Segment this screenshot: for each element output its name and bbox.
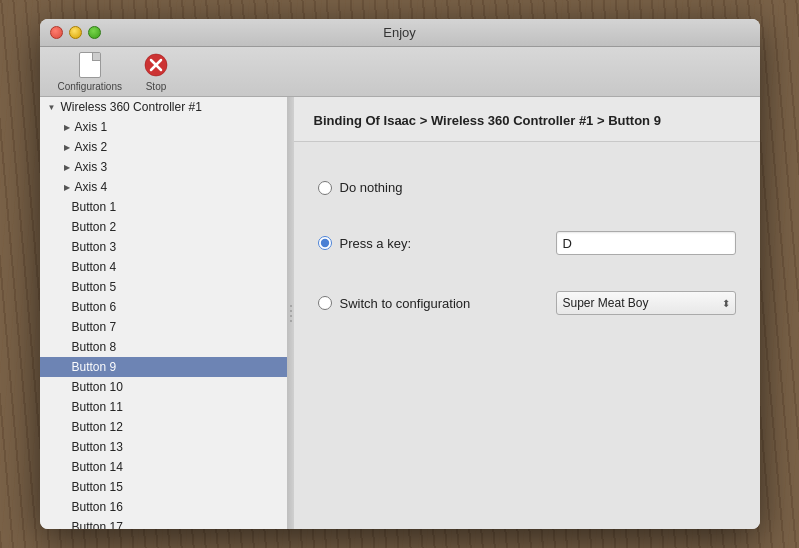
sidebar-item-button9[interactable]: Button 9 — [40, 357, 287, 377]
maximize-button[interactable] — [88, 26, 101, 39]
button1-label: Button 1 — [72, 200, 117, 214]
configurations-button[interactable]: Configurations — [52, 47, 128, 96]
main-panel: Binding Of Isaac > Wireless 360 Controll… — [294, 97, 760, 529]
sidebar-item-axis3[interactable]: ▶ Axis 3 — [40, 157, 287, 177]
button15-label: Button 15 — [72, 480, 123, 494]
option-nothing-text: Do nothing — [340, 180, 403, 195]
option-switch-text: Switch to configuration — [340, 296, 471, 311]
option-switch-label[interactable]: Switch to configuration — [318, 296, 471, 311]
panel-body: Do nothing Press a key: Switch to confi — [294, 142, 760, 529]
button14-label: Button 14 — [72, 460, 123, 474]
app-window: Enjoy Configurations Stop ▼ — [40, 19, 760, 529]
panel-header: Binding Of Isaac > Wireless 360 Controll… — [294, 97, 760, 142]
sidebar-item-button11[interactable]: Button 11 — [40, 397, 287, 417]
sidebar-item-button13[interactable]: Button 13 — [40, 437, 287, 457]
splitter-handle — [290, 305, 292, 322]
option-press-key-row: Press a key: — [318, 213, 736, 273]
axis2-expand-icon: ▶ — [64, 143, 70, 152]
panel-breadcrumb: Binding Of Isaac > Wireless 360 Controll… — [314, 113, 661, 128]
axis4-label: Axis 4 — [75, 180, 108, 194]
content-area: ▼ Wireless 360 Controller #1 ▶ Axis 1 ▶ … — [40, 97, 760, 529]
option-nothing-row: Do nothing — [318, 162, 736, 213]
button10-label: Button 10 — [72, 380, 123, 394]
traffic-lights — [50, 26, 101, 39]
key-input[interactable] — [556, 231, 736, 255]
button2-label: Button 2 — [72, 220, 117, 234]
stop-label: Stop — [146, 81, 167, 92]
minimize-button[interactable] — [69, 26, 82, 39]
sidebar-item-button14[interactable]: Button 14 — [40, 457, 287, 477]
button3-label: Button 3 — [72, 240, 117, 254]
button5-label: Button 5 — [72, 280, 117, 294]
option-nothing-label[interactable]: Do nothing — [318, 180, 403, 195]
sidebar-item-root[interactable]: ▼ Wireless 360 Controller #1 — [40, 97, 287, 117]
option-nothing-radio[interactable] — [318, 181, 332, 195]
button13-label: Button 13 — [72, 440, 123, 454]
sidebar-item-axis4[interactable]: ▶ Axis 4 — [40, 177, 287, 197]
axis3-expand-icon: ▶ — [64, 163, 70, 172]
option-press-key-text: Press a key: — [340, 236, 412, 251]
sidebar-item-button1[interactable]: Button 1 — [40, 197, 287, 217]
option-press-key-label[interactable]: Press a key: — [318, 236, 412, 251]
sidebar-item-axis1[interactable]: ▶ Axis 1 — [40, 117, 287, 137]
stop-button[interactable]: Stop — [136, 47, 176, 96]
button9-label: Button 9 — [72, 360, 117, 374]
axis1-expand-icon: ▶ — [64, 123, 70, 132]
sidebar-item-button4[interactable]: Button 4 — [40, 257, 287, 277]
axis4-expand-icon: ▶ — [64, 183, 70, 192]
sidebar-item-button5[interactable]: Button 5 — [40, 277, 287, 297]
option-switch-radio[interactable] — [318, 296, 332, 310]
button6-label: Button 6 — [72, 300, 117, 314]
sidebar-item-axis2[interactable]: ▶ Axis 2 — [40, 137, 287, 157]
titlebar: Enjoy — [40, 19, 760, 47]
option-switch-row: Switch to configuration Super Meat Boy B… — [318, 273, 736, 333]
sidebar-item-button2[interactable]: Button 2 — [40, 217, 287, 237]
sidebar[interactable]: ▼ Wireless 360 Controller #1 ▶ Axis 1 ▶ … — [40, 97, 288, 529]
axis3-label: Axis 3 — [75, 160, 108, 174]
button4-label: Button 4 — [72, 260, 117, 274]
root-label: Wireless 360 Controller #1 — [60, 100, 201, 114]
sidebar-item-button16[interactable]: Button 16 — [40, 497, 287, 517]
sidebar-item-button10[interactable]: Button 10 — [40, 377, 287, 397]
button12-label: Button 12 — [72, 420, 123, 434]
button8-label: Button 8 — [72, 340, 117, 354]
sidebar-item-button17[interactable]: Button 17 — [40, 517, 287, 529]
expand-icon: ▼ — [48, 103, 56, 112]
axis1-label: Axis 1 — [75, 120, 108, 134]
option-press-key-radio[interactable] — [318, 236, 332, 250]
configurations-icon — [76, 51, 104, 79]
close-button[interactable] — [50, 26, 63, 39]
sidebar-item-button7[interactable]: Button 7 — [40, 317, 287, 337]
sidebar-item-button8[interactable]: Button 8 — [40, 337, 287, 357]
sidebar-item-button6[interactable]: Button 6 — [40, 297, 287, 317]
toolbar: Configurations Stop — [40, 47, 760, 97]
button17-label: Button 17 — [72, 520, 123, 529]
configurations-label: Configurations — [58, 81, 122, 92]
stop-icon — [142, 51, 170, 79]
config-select[interactable]: Super Meat Boy Binding Of Isaac Default — [556, 291, 736, 315]
axis2-label: Axis 2 — [75, 140, 108, 154]
config-select-wrapper: Super Meat Boy Binding Of Isaac Default … — [556, 291, 736, 315]
button16-label: Button 16 — [72, 500, 123, 514]
sidebar-item-button15[interactable]: Button 15 — [40, 477, 287, 497]
button11-label: Button 11 — [72, 400, 123, 414]
window-title: Enjoy — [383, 25, 416, 40]
sidebar-item-button12[interactable]: Button 12 — [40, 417, 287, 437]
sidebar-item-button3[interactable]: Button 3 — [40, 237, 287, 257]
button7-label: Button 7 — [72, 320, 117, 334]
